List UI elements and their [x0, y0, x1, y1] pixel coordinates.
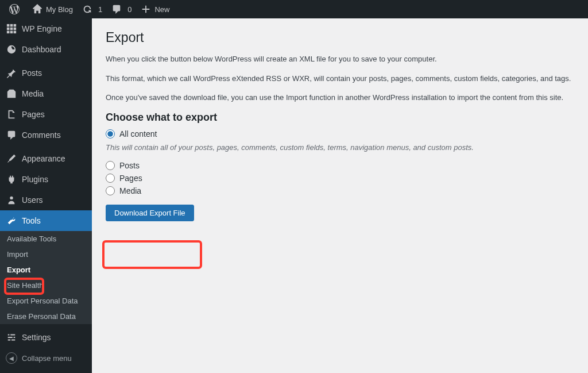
sidebar-item-users[interactable]: Users: [0, 190, 92, 210]
svg-rect-8: [14, 31, 17, 34]
sidebar-item-wpengine[interactable]: WP Engine: [0, 18, 92, 39]
sidebar-item-label: Posts: [22, 68, 42, 78]
svg-rect-6: [7, 31, 10, 34]
comments-count: 0: [127, 5, 131, 14]
sidebar-item-label: Plugins: [22, 175, 48, 184]
radio-posts-label[interactable]: Posts: [119, 161, 140, 170]
media-icon: [6, 88, 17, 99]
sidebar-item-pages[interactable]: Pages: [0, 104, 92, 125]
submenu-export-personal[interactable]: Export Personal Data: [0, 293, 92, 309]
svg-rect-4: [10, 28, 13, 30]
sidebar-item-media[interactable]: Media: [0, 83, 92, 104]
export-subtitle: Choose what to export: [106, 111, 574, 124]
sidebar-item-dashboard[interactable]: Dashboard: [0, 39, 92, 60]
radio-media-label[interactable]: Media: [119, 186, 141, 195]
comments[interactable]: 0: [107, 0, 136, 18]
comment-icon: [111, 4, 122, 14]
admin-sidebar: WP Engine Dashboard Posts Media Pages Co…: [0, 18, 92, 373]
new-label: New: [154, 5, 169, 14]
pin-icon: [6, 67, 17, 79]
site-name-label: My Blog: [46, 5, 73, 14]
plug-icon: [6, 174, 17, 185]
main-content: Export When you click the button below W…: [92, 18, 588, 373]
page-title: Export: [106, 30, 574, 45]
sidebar-item-label: Pages: [22, 110, 45, 119]
chevron-left-icon: ◀: [6, 352, 17, 364]
updates[interactable]: 1: [78, 0, 107, 18]
radio-row-media: Media: [106, 186, 574, 195]
wp-logo[interactable]: [5, 0, 28, 18]
brush-icon: [6, 153, 17, 164]
radio-row-all: All content: [106, 129, 574, 139]
sidebar-item-tools[interactable]: Tools: [0, 210, 92, 231]
wrench-icon: [6, 215, 17, 226]
submenu-export[interactable]: Export: [0, 262, 92, 278]
sidebar-item-label: Comments: [22, 130, 61, 140]
radio-all-label[interactable]: All content: [119, 129, 157, 139]
sidebar-item-label: Dashboard: [22, 45, 61, 54]
new-content[interactable]: New: [136, 0, 174, 18]
svg-rect-0: [7, 24, 10, 27]
dashboard-icon: [6, 44, 17, 55]
svg-rect-5: [14, 28, 17, 30]
download-export-button[interactable]: Download Export File: [106, 205, 194, 221]
sidebar-item-posts[interactable]: Posts: [0, 63, 92, 83]
radio-row-posts: Posts: [106, 161, 574, 170]
intro-p1: When you click the button below WordPres…: [106, 53, 574, 65]
submenu-available-tools[interactable]: Available Tools: [0, 231, 92, 247]
wordpress-icon: [9, 4, 20, 14]
sidebar-item-label: Users: [22, 195, 43, 205]
wpengine-icon: [6, 23, 17, 34]
sidebar-item-comments[interactable]: Comments: [0, 125, 92, 145]
help-text: This will contain all of your posts, pag…: [106, 142, 574, 153]
sidebar-item-label: Appearance: [22, 154, 65, 163]
plus-icon: [141, 4, 151, 14]
svg-rect-2: [14, 24, 17, 27]
sidebar-item-label: Settings: [22, 333, 51, 342]
radio-media[interactable]: [106, 186, 115, 195]
updates-count: 1: [98, 5, 102, 14]
submenu-import[interactable]: Import: [0, 247, 92, 262]
refresh-icon: [82, 4, 92, 14]
collapse-menu[interactable]: ◀ Collapse menu: [0, 348, 92, 368]
submenu-site-health[interactable]: Site Health: [0, 278, 92, 293]
submenu-erase-personal[interactable]: Erase Personal Data: [0, 309, 92, 324]
sidebar-item-label: WP Engine: [22, 24, 62, 33]
sidebar-item-plugins[interactable]: Plugins: [0, 169, 92, 190]
sidebar-item-settings[interactable]: Settings: [0, 327, 92, 348]
home-icon: [32, 4, 42, 14]
sliders-icon: [6, 332, 17, 343]
svg-rect-3: [7, 28, 10, 30]
intro-p3: Once you've saved the download file, you…: [106, 92, 574, 103]
site-name[interactable]: My Blog: [28, 0, 78, 18]
comments-icon: [6, 129, 17, 141]
sidebar-item-appearance[interactable]: Appearance: [0, 148, 92, 169]
radio-row-pages: Pages: [106, 174, 574, 183]
sidebar-item-label: Media: [22, 89, 44, 98]
radio-pages[interactable]: [106, 174, 115, 183]
page-icon: [6, 109, 17, 120]
admin-bar: My Blog 1 0 New: [0, 0, 588, 18]
collapse-label: Collapse menu: [22, 354, 72, 363]
svg-rect-7: [10, 31, 13, 34]
user-icon: [6, 194, 17, 206]
svg-rect-1: [10, 24, 13, 27]
radio-all-content[interactable]: [106, 129, 115, 139]
sidebar-item-label: Tools: [22, 216, 41, 225]
radio-pages-label[interactable]: Pages: [119, 174, 142, 183]
intro-p2: This format, which we call WordPress eXt…: [106, 73, 574, 84]
radio-posts[interactable]: [106, 161, 115, 170]
